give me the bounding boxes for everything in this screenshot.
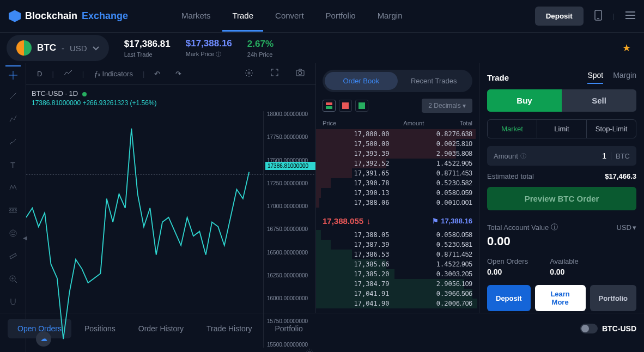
mode-spot[interactable]: Spot xyxy=(587,71,603,84)
svg-point-8 xyxy=(9,210,11,211)
nav-portfolio[interactable]: Portfolio xyxy=(316,1,366,32)
orderbook-row[interactable]: 17,387.390.5230.581 xyxy=(316,240,479,250)
buy-tab[interactable]: Buy xyxy=(487,89,562,112)
open-orders-value: 0.00 xyxy=(487,268,528,276)
pair-filter-toggle[interactable] xyxy=(580,324,598,333)
order-type-limit[interactable]: Limit xyxy=(537,120,586,138)
chart-settings-icon[interactable] xyxy=(306,348,313,352)
nav-markets[interactable]: Markets xyxy=(172,1,220,32)
orderbook-row[interactable]: 17,390.130.0580.059 xyxy=(316,188,479,198)
trendline-tool-icon[interactable] xyxy=(5,88,21,104)
logo[interactable]: Blockchain Exchange xyxy=(9,10,128,22)
orderbook-row[interactable]: 17,390.780.5230.582 xyxy=(316,178,479,188)
mid-mark-price: 17,388.16 xyxy=(441,217,472,225)
orderbook-row[interactable]: 17,041.900.2006.706 xyxy=(316,299,479,308)
orderbook-row[interactable]: 17,393.392.9035.808 xyxy=(316,149,479,159)
ob-view-asks-icon[interactable] xyxy=(339,100,352,112)
order-type-stop-limit[interactable]: Stop-Limit xyxy=(586,120,636,138)
info-icon[interactable]: ⓘ xyxy=(520,152,526,160)
preview-order-button[interactable]: Preview BTC Order xyxy=(487,187,636,210)
undo-icon[interactable]: ↶ xyxy=(149,66,166,81)
nav-convert[interactable]: Convert xyxy=(265,1,314,32)
pattern-tool-icon[interactable] xyxy=(5,180,21,195)
fullscreen-icon[interactable] xyxy=(265,65,284,82)
y-axis-labels: 18000.0000000017750.0000000017500.000000… xyxy=(263,111,315,348)
amount-currency: BTC xyxy=(611,152,630,160)
orderbook-row[interactable]: 17,392.521.4522.905 xyxy=(316,159,479,168)
account-value: 0.00 xyxy=(487,234,636,248)
pair-dash: - xyxy=(62,44,64,53)
pair-selector[interactable]: BTC - USD xyxy=(7,35,109,61)
ruler-tool-icon[interactable] xyxy=(5,248,21,264)
info-icon[interactable]: ⓘ xyxy=(551,222,558,232)
est-total-label: Estimated total xyxy=(487,172,534,180)
svg-point-15 xyxy=(14,232,14,233)
orderbook-mid: 17,388.055 ↓ ⚑17,388.16 xyxy=(316,212,479,230)
nav-margin[interactable]: Margin xyxy=(368,1,412,32)
orderbook-row[interactable]: 17,386.530.8711.452 xyxy=(316,250,479,259)
ob-tab-1[interactable]: Recent Trades xyxy=(398,72,471,90)
forecast-tool-icon[interactable] xyxy=(5,203,21,218)
cloud-save-icon[interactable]: ☁ xyxy=(36,331,51,347)
orderbook-row[interactable]: 17,391.650.8711.453 xyxy=(316,168,479,178)
favorite-star-icon[interactable]: ★ xyxy=(622,42,631,54)
menu-icon[interactable] xyxy=(625,11,635,21)
orderbook-row[interactable]: 17,388.060.0010.001 xyxy=(316,198,479,208)
chart-type-icon[interactable] xyxy=(58,66,78,81)
text-tool-icon[interactable]: T xyxy=(5,157,21,172)
sell-tab[interactable]: Sell xyxy=(562,89,636,112)
info-icon[interactable]: ⓘ xyxy=(216,51,221,57)
decimal-selector[interactable]: 2 Decimals ▾ xyxy=(422,99,472,113)
indicators-button[interactable]: ƒx Indicators xyxy=(88,66,138,81)
order-type-tabs: MarketLimitStop-Limit xyxy=(487,119,636,138)
panel-portfolio-button[interactable]: Portfolio xyxy=(590,285,636,311)
divider: | xyxy=(143,70,144,78)
header-deposit-button[interactable]: Deposit xyxy=(535,7,584,26)
crosshair-tool-icon[interactable] xyxy=(5,65,21,81)
svg-rect-29 xyxy=(359,102,365,109)
ob-view-bids-icon[interactable] xyxy=(355,100,368,112)
arrow-down-icon: ↓ xyxy=(367,216,371,226)
svg-rect-16 xyxy=(9,253,16,258)
mark-price-stat: $17,388.16 Mark Price ⓘ xyxy=(186,38,232,58)
orderbook-row[interactable]: 17,500.000.0025.810 xyxy=(316,139,479,149)
redo-icon[interactable]: ↷ xyxy=(170,66,187,81)
account-currency-selector[interactable]: USD▾ xyxy=(617,223,636,232)
svg-rect-26 xyxy=(326,102,332,105)
ticker-bar: BTC - USD $17,386.81 Last Trade $17,388.… xyxy=(0,33,644,63)
zoom-tool-icon[interactable] xyxy=(5,271,21,287)
camera-icon[interactable] xyxy=(290,65,310,82)
fib-tool-icon[interactable] xyxy=(5,111,21,126)
last-trade-label: Last Trade xyxy=(124,51,171,58)
order-type-market[interactable]: Market xyxy=(488,120,537,138)
orderbook-row[interactable]: 17,041.910.3966.506 xyxy=(316,289,479,299)
settings-icon[interactable] xyxy=(239,65,259,82)
amount-label: Amount xyxy=(494,152,518,160)
mode-margin[interactable]: Margin xyxy=(613,71,636,84)
price-chart[interactable]: 18000.0000000017750.0000000017500.000000… xyxy=(26,111,315,352)
svg-rect-27 xyxy=(326,106,332,109)
nav-trade[interactable]: Trade xyxy=(222,1,263,32)
orderbook-row[interactable]: 17,384.792.9056.109 xyxy=(316,279,479,289)
divider: | xyxy=(82,70,84,78)
brush-tool-icon[interactable] xyxy=(5,134,21,149)
change-stat: 2.67% 24h Price xyxy=(247,39,274,58)
main-nav: MarketsTradeConvertPortfolioMargin xyxy=(172,1,412,32)
emoji-tool-icon[interactable] xyxy=(5,226,21,241)
orderbook-row[interactable]: 17,388.050.0580.058 xyxy=(316,230,479,240)
magnet-tool-icon[interactable] xyxy=(5,294,21,309)
orderbook-row[interactable]: 17,385.200.3003.205 xyxy=(316,269,479,279)
mobile-icon[interactable] xyxy=(594,10,602,22)
learn-more-button[interactable]: Learn More xyxy=(535,285,586,311)
collapse-chevron-icon[interactable]: ◀ xyxy=(23,235,27,241)
pair-base: BTC xyxy=(37,43,56,53)
current-price-tag: 17386.81000000 xyxy=(265,162,315,170)
panel-deposit-button[interactable]: Deposit xyxy=(487,285,531,311)
orderbook-row[interactable]: 17,800.000.8276.638 xyxy=(316,129,479,139)
timeframe-button[interactable]: D xyxy=(32,66,47,81)
logo-icon xyxy=(9,10,21,22)
amount-input[interactable] xyxy=(579,151,606,160)
ob-tab-0[interactable]: Order Book xyxy=(325,72,398,90)
orderbook-row[interactable]: 17,385.661.4522.905 xyxy=(316,259,479,269)
ob-view-combined-icon[interactable] xyxy=(323,100,336,112)
